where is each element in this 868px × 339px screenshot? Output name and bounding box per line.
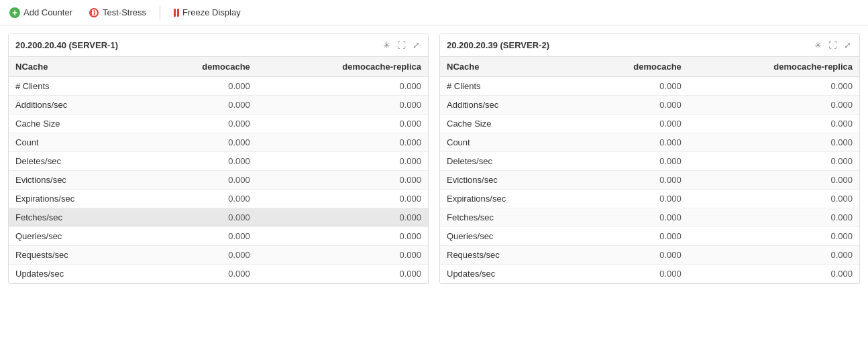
- row-col1-value: 0.000: [574, 246, 688, 265]
- freeze-display-button[interactable]: Freeze Display: [171, 6, 243, 19]
- table-row: Additions/sec0.0000.000: [440, 96, 859, 115]
- test-stress-button[interactable]: Test-Stress: [86, 6, 149, 19]
- row-col1-value: 0.000: [143, 246, 257, 265]
- test-stress-label: Test-Stress: [103, 7, 146, 17]
- row-col1-value: 0.000: [143, 77, 257, 96]
- row-name: Queries/sec: [440, 227, 574, 246]
- row-name: Count: [440, 133, 574, 152]
- row-col1-value: 0.000: [143, 115, 257, 133]
- row-col1-value: 0.000: [574, 152, 688, 171]
- row-col1-value: 0.000: [574, 77, 688, 96]
- table-row: Queries/sec0.0000.000: [9, 227, 428, 246]
- row-col2-value: 0.000: [257, 77, 428, 96]
- table-row: # Clients0.0000.000: [9, 77, 428, 96]
- row-col2-value: 0.000: [688, 133, 859, 152]
- table-row: Cache Size0.0000.000: [9, 115, 428, 133]
- row-col1-value: 0.000: [143, 133, 257, 152]
- table-row: Expirations/sec0.0000.000: [440, 190, 859, 208]
- row-col1-value: 0.000: [574, 265, 688, 283]
- table-row: Evictions/sec0.0000.000: [440, 171, 859, 190]
- table-row: Requests/sec0.0000.000: [9, 246, 428, 265]
- row-col2-value: 0.000: [688, 96, 859, 115]
- row-name: # Clients: [440, 77, 574, 96]
- row-name: Requests/sec: [9, 246, 143, 265]
- table-row: Deletes/sec0.0000.000: [440, 152, 859, 171]
- toolbar-divider: [160, 6, 160, 19]
- row-col1-value: 0.000: [574, 227, 688, 246]
- row-name: Fetches/sec: [9, 208, 143, 227]
- row-name: Evictions/sec: [440, 171, 574, 190]
- panel-server1: 20.200.20.40 (SERVER-1)✳⛶⤢NCachedemocach…: [8, 33, 429, 284]
- row-col1-value: 0.000: [143, 227, 257, 246]
- fullscreen-icon[interactable]: ⤢: [411, 40, 421, 51]
- table-row: Requests/sec0.0000.000: [440, 246, 859, 265]
- grid-icon[interactable]: ⛶: [396, 40, 407, 51]
- row-name: Queries/sec: [9, 227, 143, 246]
- row-col1-value: 0.000: [574, 115, 688, 133]
- panel-header-server2: 20.200.20.39 (SERVER-2)✳⛶⤢: [440, 34, 859, 57]
- row-col1-value: 0.000: [574, 208, 688, 227]
- row-col2-value: 0.000: [257, 152, 428, 171]
- table-row: Additions/sec0.0000.000: [9, 96, 428, 115]
- table-row: Count0.0000.000: [440, 133, 859, 152]
- grid-icon[interactable]: ⛶: [827, 40, 838, 51]
- fullscreen-icon[interactable]: ⤢: [843, 40, 853, 51]
- panel-title-server2: 20.200.20.39 (SERVER-2): [447, 40, 549, 50]
- row-col2-value: 0.000: [257, 265, 428, 283]
- row-col1-value: 0.000: [574, 171, 688, 190]
- row-col2-value: 0.000: [688, 152, 859, 171]
- freeze-display-label: Freeze Display: [182, 7, 241, 17]
- stress-icon: [89, 7, 99, 18]
- table-row: Expirations/sec0.0000.000: [9, 190, 428, 208]
- row-name: Expirations/sec: [440, 190, 574, 208]
- col-header-0: NCache: [440, 57, 574, 77]
- table-row: Fetches/sec0.0000.000: [440, 208, 859, 227]
- asterisk-icon[interactable]: ✳: [813, 40, 823, 51]
- row-name: Additions/sec: [9, 96, 143, 115]
- row-name: Requests/sec: [440, 246, 574, 265]
- row-name: # Clients: [9, 77, 143, 96]
- row-name: Additions/sec: [440, 96, 574, 115]
- table-row: Deletes/sec0.0000.000: [9, 152, 428, 171]
- row-col2-value: 0.000: [688, 77, 859, 96]
- row-col2-value: 0.000: [688, 115, 859, 133]
- row-col2-value: 0.000: [688, 246, 859, 265]
- row-col2-value: 0.000: [257, 171, 428, 190]
- row-col1-value: 0.000: [143, 190, 257, 208]
- table-row: Fetches/sec0.0000.000: [9, 208, 428, 227]
- row-col2-value: 0.000: [257, 246, 428, 265]
- table-server1: NCachedemocachedemocache-replica# Client…: [9, 57, 428, 283]
- row-col2-value: 0.000: [688, 208, 859, 227]
- add-counter-label: Add Counter: [23, 7, 72, 17]
- table-row: Cache Size0.0000.000: [440, 115, 859, 133]
- row-name: Count: [9, 133, 143, 152]
- table-row: Evictions/sec0.0000.000: [9, 171, 428, 190]
- col-header-2: democache-replica: [688, 57, 859, 77]
- toolbar: + Add Counter Test-Stress Freeze Display: [0, 0, 868, 25]
- row-col2-value: 0.000: [688, 265, 859, 283]
- add-counter-button[interactable]: + Add Counter: [7, 6, 75, 19]
- row-name: Deletes/sec: [9, 152, 143, 171]
- panel-server2: 20.200.20.39 (SERVER-2)✳⛶⤢NCachedemocach…: [439, 33, 860, 284]
- col-header-2: democache-replica: [257, 57, 428, 77]
- row-name: Fetches/sec: [440, 208, 574, 227]
- row-col2-value: 0.000: [688, 171, 859, 190]
- row-col1-value: 0.000: [143, 96, 257, 115]
- row-col2-value: 0.000: [688, 227, 859, 246]
- panel-controls: ✳⛶⤢: [813, 40, 853, 51]
- row-name: Updates/sec: [9, 265, 143, 283]
- row-name: Deletes/sec: [440, 152, 574, 171]
- row-col2-value: 0.000: [257, 96, 428, 115]
- row-name: Cache Size: [440, 115, 574, 133]
- freeze-icon: [174, 9, 179, 17]
- row-name: Evictions/sec: [9, 171, 143, 190]
- table-row: # Clients0.0000.000: [440, 77, 859, 96]
- asterisk-icon[interactable]: ✳: [382, 40, 392, 51]
- row-col1-value: 0.000: [143, 265, 257, 283]
- panel-header-server1: 20.200.20.40 (SERVER-1)✳⛶⤢: [9, 34, 428, 57]
- panel-controls: ✳⛶⤢: [382, 40, 421, 51]
- table-row: Count0.0000.000: [9, 133, 428, 152]
- row-col1-value: 0.000: [574, 133, 688, 152]
- col-header-0: NCache: [9, 57, 143, 77]
- panel-title-server1: 20.200.20.40 (SERVER-1): [15, 40, 118, 50]
